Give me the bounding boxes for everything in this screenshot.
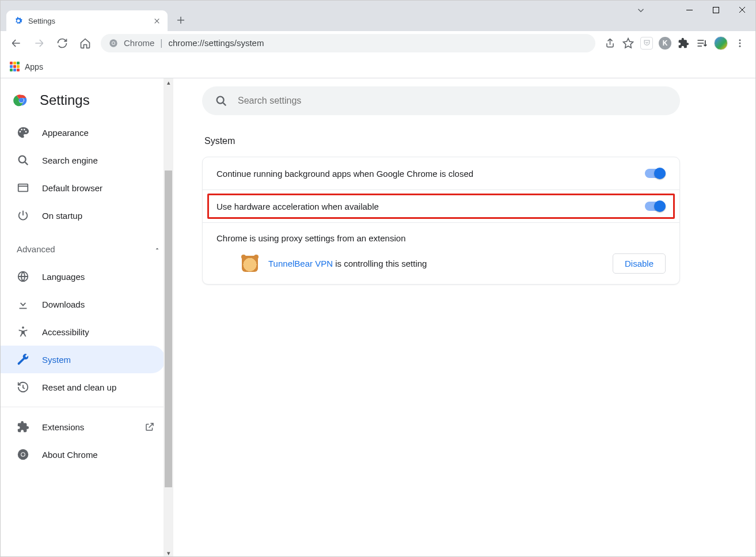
svg-point-17 [217,97,224,104]
sidebar-advanced-header[interactable]: Advanced [1,235,173,263]
toggle-hw-accel[interactable] [645,200,666,212]
address-bar[interactable]: Chrome | chrome://settings/system [101,34,595,52]
extension-desc: TunnelBear VPN is controlling this setti… [268,259,427,268]
main-panel: System Continue running background apps … [173,78,755,557]
page-title: Settings [40,92,90,108]
sidebar-item-about[interactable]: About Chrome [1,441,165,468]
svg-point-16 [21,453,25,456]
extension-link[interactable]: TunnelBear VPN [268,259,333,268]
download-icon [17,298,29,310]
sidebar-item-label: Search engine [42,156,98,165]
sidebar-item-label: Appearance [42,128,89,138]
setting-label: Chrome is using proxy settings from an e… [216,233,666,243]
svg-rect-11 [18,184,28,192]
sidebar-item-label: Languages [42,272,85,282]
sidebar-item-on-startup[interactable]: On startup [1,202,165,229]
sidebar-item-accessibility[interactable]: Accessibility [1,318,165,346]
minimize-button[interactable] [676,1,702,19]
svg-point-10 [19,156,26,163]
sidebar-item-label: Extensions [42,422,84,432]
chevron-down-icon[interactable] [636,5,646,16]
profile-avatar[interactable] [714,36,728,50]
pocket-icon[interactable] [640,37,653,50]
new-tab-button[interactable] [171,10,191,30]
close-icon[interactable] [152,16,162,26]
back-button[interactable] [6,33,26,53]
content: Settings Appearance Search engine Defaul… [1,78,755,557]
search-settings-input[interactable] [238,96,667,106]
url-brand: Chrome [124,38,154,48]
svg-point-13 [22,327,24,329]
setting-hw-accel-row: Use hardware acceleration when available [203,190,679,223]
scroll-up-icon[interactable]: ▴ [165,79,172,86]
sidebar-item-label: Default browser [42,183,102,193]
sidebar-item-label: Reset and clean up [42,382,116,392]
toggle-background-apps[interactable] [645,168,666,179]
maximize-button[interactable] [702,1,729,19]
gear-icon [13,16,24,26]
scroll-down-icon[interactable]: ▾ [165,550,172,556]
bookmark-label: Apps [25,62,43,71]
setting-label: Continue running background apps when Go… [216,169,473,179]
browser-tab[interactable]: Settings [6,10,168,31]
sidebar-item-default-browser[interactable]: Default browser [1,174,165,202]
search-settings-box[interactable] [202,86,680,115]
forward-button[interactable] [29,33,49,53]
sidebar-item-label: Accessibility [42,327,89,337]
k-extension-icon[interactable]: K [659,37,671,50]
tunnelbear-icon [242,256,258,272]
setting-label: Use hardware acceleration when available [216,202,379,211]
window-controls [676,1,755,19]
svg-point-5 [739,42,741,44]
menu-icon[interactable] [734,37,746,50]
sidebar-item-label: About Chrome [42,450,98,460]
palette-icon [17,126,29,139]
sidebar-item-appearance[interactable]: Appearance [1,119,165,146]
reading-list-icon[interactable] [696,37,708,50]
section-title: System [204,136,721,146]
bookmarks-bar: Apps [1,55,755,78]
globe-icon [17,270,29,283]
close-window-button[interactable] [729,1,755,19]
setting-background-apps: Continue running background apps when Go… [203,157,679,190]
extensions-icon[interactable] [677,37,690,50]
scrollbar-thumb[interactable] [165,170,172,487]
disable-button[interactable]: Disable [613,253,666,274]
tab-strip: Settings [1,1,755,31]
page-header: Settings [1,86,173,119]
svg-point-6 [739,45,741,47]
svg-point-4 [739,39,741,41]
restore-icon [17,381,29,393]
chrome-small-icon [17,448,29,461]
extension-control-info: TunnelBear VPN is controlling this setti… [216,253,666,274]
sidebar-item-system[interactable]: System [1,346,165,373]
sidebar-scrollbar[interactable]: ▴ ▾ [164,78,173,557]
home-button[interactable] [75,33,95,53]
sidebar-item-search-engine[interactable]: Search engine [1,146,165,174]
sidebar-list: Appearance Search engine Default browser… [1,119,173,468]
sidebar-item-reset[interactable]: Reset and clean up [1,373,165,401]
share-icon[interactable] [603,37,616,50]
search-icon [215,94,227,107]
search-icon [17,154,29,166]
accessibility-icon [17,325,29,338]
sidebar-item-extensions[interactable]: Extensions [1,413,165,441]
sidebar-item-label: Advanced [17,244,55,254]
toolbar-actions: K [603,36,750,50]
chrome-logo-icon [13,92,29,108]
window-icon [17,181,29,194]
reload-button[interactable] [52,33,72,53]
divider [1,407,173,407]
chevron-up-icon [154,245,161,252]
sidebar-item-languages[interactable]: Languages [1,263,165,290]
chrome-icon [109,39,118,48]
bookmark-apps[interactable]: Apps [10,62,43,72]
star-icon[interactable] [622,37,635,50]
sidebar: Settings Appearance Search engine Defaul… [1,78,173,557]
power-icon [17,209,29,222]
toolbar: Chrome | chrome://settings/system K [1,31,755,55]
external-link-icon [145,422,155,432]
sidebar-item-downloads[interactable]: Downloads [1,290,165,318]
sidebar-item-label: On startup [42,211,82,221]
svg-point-3 [112,42,115,44]
